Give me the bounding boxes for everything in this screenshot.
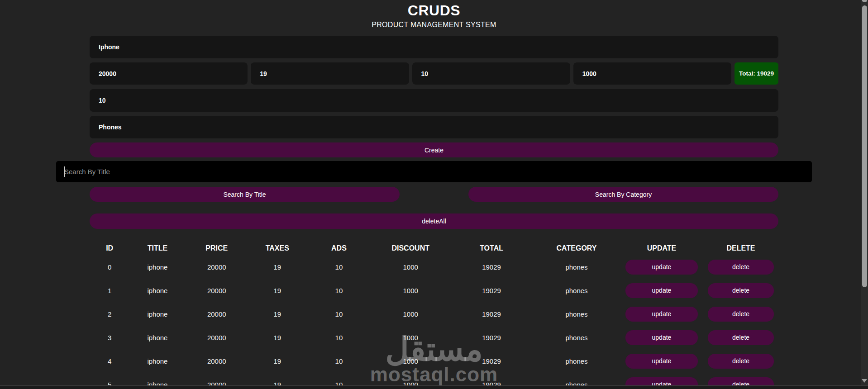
update-row-button[interactable]: update bbox=[625, 283, 698, 298]
delete-row-button[interactable]: delete bbox=[708, 260, 774, 275]
update-cell: update bbox=[620, 260, 703, 275]
cell-ads: 10 bbox=[306, 263, 371, 271]
header-title: TITLE bbox=[129, 244, 185, 252]
table-row: 3 iphone 20000 19 10 1000 19029 phones u… bbox=[90, 326, 778, 349]
cell-category: phones bbox=[533, 310, 620, 318]
scrollbar-top-nub bbox=[862, 0, 867, 2]
cell-title: iphone bbox=[129, 263, 185, 271]
header-update: UPDATE bbox=[620, 244, 703, 252]
header-price: PRICE bbox=[186, 244, 248, 252]
table-row: 0 iphone 20000 19 10 1000 19029 phones u… bbox=[90, 255, 778, 279]
scrollbar-thumb[interactable] bbox=[862, 5, 867, 287]
total-badge: Total: 19029 bbox=[734, 62, 778, 85]
header-category: CATEGORY bbox=[533, 244, 620, 252]
header-ads: ADS bbox=[306, 244, 371, 252]
cell-id: 4 bbox=[90, 357, 129, 365]
cell-price: 20000 bbox=[186, 334, 248, 342]
delete-cell: delete bbox=[703, 354, 778, 369]
delete-cell: delete bbox=[703, 260, 778, 275]
header-id: ID bbox=[90, 244, 129, 252]
delete-cell: delete bbox=[703, 307, 778, 322]
cell-total: 19029 bbox=[450, 287, 533, 294]
cell-price: 20000 bbox=[186, 357, 248, 365]
cell-title: iphone bbox=[129, 310, 185, 318]
page-subtitle: PRODUCT MANAGEMENT SYSTEM bbox=[0, 21, 868, 29]
update-row-button[interactable]: update bbox=[625, 260, 698, 275]
cell-category: phones bbox=[533, 263, 620, 271]
cell-discount: 1000 bbox=[371, 310, 450, 318]
cell-category: phones bbox=[533, 357, 620, 365]
cell-title: iphone bbox=[129, 334, 185, 342]
scroll-down-arrow-icon[interactable] bbox=[862, 379, 867, 383]
cell-title: iphone bbox=[129, 357, 185, 365]
search-by-category-button[interactable]: Search By Category bbox=[468, 187, 778, 202]
update-cell: update bbox=[620, 307, 703, 322]
cell-taxes: 19 bbox=[248, 263, 306, 271]
search-by-title-button[interactable]: Search By Title bbox=[90, 187, 400, 202]
ads-input[interactable] bbox=[412, 62, 570, 85]
update-row-button[interactable]: update bbox=[625, 307, 698, 322]
page-title: CRUDS bbox=[0, 2, 868, 19]
table-row: 4 iphone 20000 19 10 1000 19029 phones u… bbox=[90, 349, 778, 373]
cell-discount: 1000 bbox=[371, 334, 450, 342]
create-button[interactable]: Create bbox=[90, 142, 778, 157]
text-caret bbox=[64, 166, 65, 177]
horizontal-scrollbar-track[interactable] bbox=[0, 385, 868, 389]
cell-price: 20000 bbox=[186, 310, 248, 318]
delete-all-button[interactable]: deleteAll bbox=[90, 213, 778, 229]
cell-ads: 10 bbox=[306, 287, 371, 294]
numeric-fields-row: Total: 19029 bbox=[90, 62, 778, 85]
cell-taxes: 19 bbox=[248, 334, 306, 342]
delete-row-button[interactable]: delete bbox=[708, 307, 774, 322]
cell-taxes: 19 bbox=[248, 287, 306, 294]
count-input[interactable] bbox=[90, 89, 778, 112]
discount-input[interactable] bbox=[573, 62, 731, 85]
cell-taxes: 19 bbox=[248, 357, 306, 365]
delete-cell: delete bbox=[703, 330, 778, 345]
cell-discount: 1000 bbox=[371, 357, 450, 365]
page-header: CRUDS PRODUCT MANAGEMENT SYSTEM bbox=[0, 0, 868, 29]
update-cell: update bbox=[620, 354, 703, 369]
price-input[interactable] bbox=[90, 62, 248, 85]
cell-category: phones bbox=[533, 334, 620, 342]
delete-row-button[interactable]: delete bbox=[708, 330, 774, 345]
product-title-input[interactable] bbox=[90, 36, 778, 58]
cell-id: 1 bbox=[90, 287, 129, 294]
create-product-form: Total: 19029 Create bbox=[90, 36, 778, 157]
cell-ads: 10 bbox=[306, 334, 371, 342]
cell-category: phones bbox=[533, 287, 620, 294]
search-input[interactable] bbox=[56, 161, 812, 182]
header-taxes: TAXES bbox=[248, 244, 306, 252]
table-row: 1 iphone 20000 19 10 1000 19029 phones u… bbox=[90, 279, 778, 302]
products-table: ID TITLE PRICE TAXES ADS DISCOUNT TOTAL … bbox=[90, 242, 778, 389]
delete-cell: delete bbox=[703, 283, 778, 298]
header-delete: DELETE bbox=[703, 244, 778, 252]
vertical-scrollbar[interactable] bbox=[861, 0, 868, 385]
search-buttons-row: Search By Title Search By Category bbox=[90, 187, 778, 202]
cell-id: 2 bbox=[90, 310, 129, 318]
cell-taxes: 19 bbox=[248, 310, 306, 318]
header-total: TOTAL bbox=[450, 244, 533, 252]
cell-title: iphone bbox=[129, 287, 185, 294]
taxes-input[interactable] bbox=[251, 62, 409, 85]
cell-id: 3 bbox=[90, 334, 129, 342]
cell-price: 20000 bbox=[186, 263, 248, 271]
cell-total: 19029 bbox=[450, 357, 533, 365]
update-row-button[interactable]: update bbox=[625, 354, 698, 369]
update-row-button[interactable]: update bbox=[625, 330, 698, 345]
search-bar bbox=[56, 161, 812, 182]
cell-discount: 1000 bbox=[371, 263, 450, 271]
category-input[interactable] bbox=[90, 116, 778, 138]
cell-total: 19029 bbox=[450, 263, 533, 271]
cell-ads: 10 bbox=[306, 310, 371, 318]
delete-row-button[interactable]: delete bbox=[708, 283, 774, 298]
update-cell: update bbox=[620, 283, 703, 298]
cell-id: 0 bbox=[90, 263, 129, 271]
cell-price: 20000 bbox=[186, 287, 248, 294]
header-discount: DISCOUNT bbox=[371, 244, 450, 252]
delete-row-button[interactable]: delete bbox=[708, 354, 774, 369]
cell-total: 19029 bbox=[450, 310, 533, 318]
cell-total: 19029 bbox=[450, 334, 533, 342]
cell-ads: 10 bbox=[306, 357, 371, 365]
update-cell: update bbox=[620, 330, 703, 345]
